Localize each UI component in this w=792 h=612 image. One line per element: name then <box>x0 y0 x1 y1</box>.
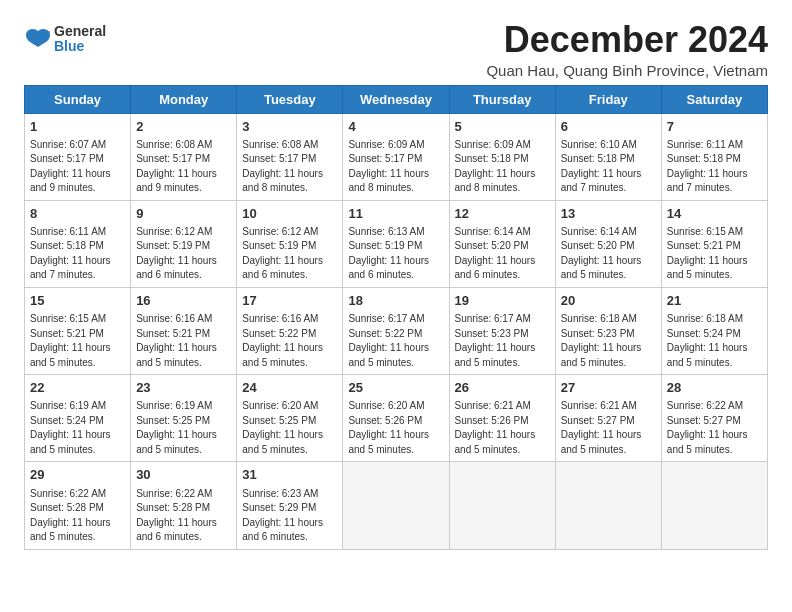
day-number: 23 <box>136 379 231 397</box>
calendar-day: 22 Sunrise: 6:19 AMSunset: 5:24 PMDaylig… <box>25 375 131 462</box>
calendar-week-row: 22 Sunrise: 6:19 AMSunset: 5:24 PMDaylig… <box>25 375 768 462</box>
calendar-day: 1 Sunrise: 6:07 AMSunset: 5:17 PMDayligh… <box>25 113 131 200</box>
calendar-day: 13 Sunrise: 6:14 AMSunset: 5:20 PMDaylig… <box>555 200 661 287</box>
day-number: 16 <box>136 292 231 310</box>
calendar-day: 17 Sunrise: 6:16 AMSunset: 5:22 PMDaylig… <box>237 287 343 374</box>
calendar-day <box>555 462 661 549</box>
day-detail: Sunrise: 6:09 AMSunset: 5:17 PMDaylight:… <box>348 138 443 196</box>
calendar-day: 27 Sunrise: 6:21 AMSunset: 5:27 PMDaylig… <box>555 375 661 462</box>
month-title: December 2024 <box>486 20 768 60</box>
day-of-week-header: Tuesday <box>237 85 343 113</box>
day-number: 22 <box>30 379 125 397</box>
day-detail: Sunrise: 6:13 AMSunset: 5:19 PMDaylight:… <box>348 225 443 283</box>
calendar-week-row: 8 Sunrise: 6:11 AMSunset: 5:18 PMDayligh… <box>25 200 768 287</box>
day-detail: Sunrise: 6:22 AMSunset: 5:28 PMDaylight:… <box>30 487 125 545</box>
day-number: 1 <box>30 118 125 136</box>
day-number: 12 <box>455 205 550 223</box>
calendar-header-row: SundayMondayTuesdayWednesdayThursdayFrid… <box>25 85 768 113</box>
calendar-day: 31 Sunrise: 6:23 AMSunset: 5:29 PMDaylig… <box>237 462 343 549</box>
day-detail: Sunrise: 6:19 AMSunset: 5:25 PMDaylight:… <box>136 399 231 457</box>
day-detail: Sunrise: 6:08 AMSunset: 5:17 PMDaylight:… <box>242 138 337 196</box>
day-number: 17 <box>242 292 337 310</box>
day-number: 25 <box>348 379 443 397</box>
day-detail: Sunrise: 6:10 AMSunset: 5:18 PMDaylight:… <box>561 138 656 196</box>
calendar-day: 18 Sunrise: 6:17 AMSunset: 5:22 PMDaylig… <box>343 287 449 374</box>
day-detail: Sunrise: 6:16 AMSunset: 5:22 PMDaylight:… <box>242 312 337 370</box>
calendar-day: 24 Sunrise: 6:20 AMSunset: 5:25 PMDaylig… <box>237 375 343 462</box>
calendar-day: 7 Sunrise: 6:11 AMSunset: 5:18 PMDayligh… <box>661 113 767 200</box>
header: General Blue December 2024 Quan Hau, Qua… <box>24 20 768 79</box>
calendar-day: 10 Sunrise: 6:12 AMSunset: 5:19 PMDaylig… <box>237 200 343 287</box>
day-detail: Sunrise: 6:22 AMSunset: 5:28 PMDaylight:… <box>136 487 231 545</box>
day-number: 26 <box>455 379 550 397</box>
day-detail: Sunrise: 6:12 AMSunset: 5:19 PMDaylight:… <box>136 225 231 283</box>
day-of-week-header: Friday <box>555 85 661 113</box>
day-number: 15 <box>30 292 125 310</box>
calendar-day: 2 Sunrise: 6:08 AMSunset: 5:17 PMDayligh… <box>131 113 237 200</box>
day-number: 13 <box>561 205 656 223</box>
day-number: 30 <box>136 466 231 484</box>
day-detail: Sunrise: 6:14 AMSunset: 5:20 PMDaylight:… <box>455 225 550 283</box>
day-number: 10 <box>242 205 337 223</box>
calendar-day: 12 Sunrise: 6:14 AMSunset: 5:20 PMDaylig… <box>449 200 555 287</box>
day-detail: Sunrise: 6:09 AMSunset: 5:18 PMDaylight:… <box>455 138 550 196</box>
day-number: 21 <box>667 292 762 310</box>
day-detail: Sunrise: 6:21 AMSunset: 5:26 PMDaylight:… <box>455 399 550 457</box>
calendar-week-row: 15 Sunrise: 6:15 AMSunset: 5:21 PMDaylig… <box>25 287 768 374</box>
day-detail: Sunrise: 6:16 AMSunset: 5:21 PMDaylight:… <box>136 312 231 370</box>
day-detail: Sunrise: 6:11 AMSunset: 5:18 PMDaylight:… <box>30 225 125 283</box>
logo: General Blue <box>24 24 106 55</box>
day-number: 31 <box>242 466 337 484</box>
calendar-table: SundayMondayTuesdayWednesdayThursdayFrid… <box>24 85 768 550</box>
day-detail: Sunrise: 6:17 AMSunset: 5:22 PMDaylight:… <box>348 312 443 370</box>
day-detail: Sunrise: 6:18 AMSunset: 5:23 PMDaylight:… <box>561 312 656 370</box>
day-of-week-header: Thursday <box>449 85 555 113</box>
calendar-day: 15 Sunrise: 6:15 AMSunset: 5:21 PMDaylig… <box>25 287 131 374</box>
day-number: 27 <box>561 379 656 397</box>
calendar-day: 20 Sunrise: 6:18 AMSunset: 5:23 PMDaylig… <box>555 287 661 374</box>
day-number: 6 <box>561 118 656 136</box>
day-number: 3 <box>242 118 337 136</box>
day-of-week-header: Saturday <box>661 85 767 113</box>
day-number: 7 <box>667 118 762 136</box>
day-detail: Sunrise: 6:07 AMSunset: 5:17 PMDaylight:… <box>30 138 125 196</box>
day-of-week-header: Sunday <box>25 85 131 113</box>
calendar-day: 30 Sunrise: 6:22 AMSunset: 5:28 PMDaylig… <box>131 462 237 549</box>
calendar-day: 19 Sunrise: 6:17 AMSunset: 5:23 PMDaylig… <box>449 287 555 374</box>
calendar-week-row: 1 Sunrise: 6:07 AMSunset: 5:17 PMDayligh… <box>25 113 768 200</box>
day-detail: Sunrise: 6:20 AMSunset: 5:26 PMDaylight:… <box>348 399 443 457</box>
day-number: 18 <box>348 292 443 310</box>
day-number: 11 <box>348 205 443 223</box>
day-number: 29 <box>30 466 125 484</box>
day-detail: Sunrise: 6:21 AMSunset: 5:27 PMDaylight:… <box>561 399 656 457</box>
day-number: 4 <box>348 118 443 136</box>
calendar-day: 11 Sunrise: 6:13 AMSunset: 5:19 PMDaylig… <box>343 200 449 287</box>
day-number: 19 <box>455 292 550 310</box>
day-detail: Sunrise: 6:15 AMSunset: 5:21 PMDaylight:… <box>667 225 762 283</box>
calendar-day: 8 Sunrise: 6:11 AMSunset: 5:18 PMDayligh… <box>25 200 131 287</box>
day-number: 14 <box>667 205 762 223</box>
location-title: Quan Hau, Quang Binh Province, Vietnam <box>486 62 768 79</box>
calendar-day: 16 Sunrise: 6:16 AMSunset: 5:21 PMDaylig… <box>131 287 237 374</box>
day-detail: Sunrise: 6:18 AMSunset: 5:24 PMDaylight:… <box>667 312 762 370</box>
calendar-day <box>343 462 449 549</box>
day-number: 9 <box>136 205 231 223</box>
calendar-day: 9 Sunrise: 6:12 AMSunset: 5:19 PMDayligh… <box>131 200 237 287</box>
day-detail: Sunrise: 6:19 AMSunset: 5:24 PMDaylight:… <box>30 399 125 457</box>
calendar-day: 28 Sunrise: 6:22 AMSunset: 5:27 PMDaylig… <box>661 375 767 462</box>
logo-bird-icon <box>24 25 52 53</box>
day-detail: Sunrise: 6:23 AMSunset: 5:29 PMDaylight:… <box>242 487 337 545</box>
day-number: 5 <box>455 118 550 136</box>
calendar-day: 5 Sunrise: 6:09 AMSunset: 5:18 PMDayligh… <box>449 113 555 200</box>
day-detail: Sunrise: 6:14 AMSunset: 5:20 PMDaylight:… <box>561 225 656 283</box>
day-number: 20 <box>561 292 656 310</box>
day-number: 28 <box>667 379 762 397</box>
calendar-day <box>449 462 555 549</box>
calendar-day: 21 Sunrise: 6:18 AMSunset: 5:24 PMDaylig… <box>661 287 767 374</box>
calendar-day: 4 Sunrise: 6:09 AMSunset: 5:17 PMDayligh… <box>343 113 449 200</box>
calendar-day: 23 Sunrise: 6:19 AMSunset: 5:25 PMDaylig… <box>131 375 237 462</box>
day-number: 2 <box>136 118 231 136</box>
day-detail: Sunrise: 6:11 AMSunset: 5:18 PMDaylight:… <box>667 138 762 196</box>
day-detail: Sunrise: 6:17 AMSunset: 5:23 PMDaylight:… <box>455 312 550 370</box>
calendar-week-row: 29 Sunrise: 6:22 AMSunset: 5:28 PMDaylig… <box>25 462 768 549</box>
